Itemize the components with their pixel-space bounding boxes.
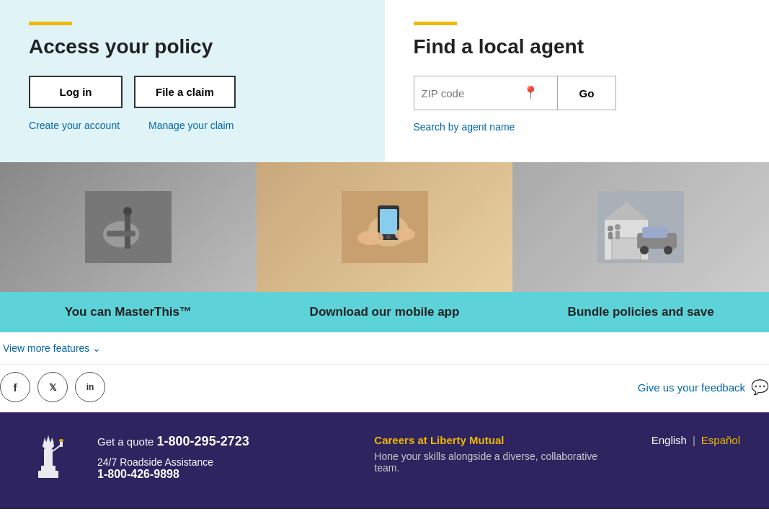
create-account-link[interactable]: Create your account xyxy=(29,120,120,131)
footer-get-quote-text: Get a quote 1-800-295-2723 xyxy=(97,434,345,449)
facebook-icon-button[interactable]: f xyxy=(0,372,30,402)
feature-img-bundle xyxy=(512,162,769,292)
social-feedback-row: f 𝕏 in Give us your feedback 💬 xyxy=(0,364,769,412)
footer-col-careers: Careers at Liberty Mutual Hone your skil… xyxy=(374,434,622,474)
feedback-chat-icon: 💬 xyxy=(751,378,769,396)
policy-link-row: Create your account Manage your claim xyxy=(29,120,356,131)
file-claim-button[interactable]: File a claim xyxy=(134,76,236,108)
agent-yellow-bar xyxy=(414,22,457,25)
svg-point-3 xyxy=(123,207,132,216)
feature-img-mobile xyxy=(257,162,513,292)
svg-point-19 xyxy=(664,246,672,254)
zip-input-wrap: 📍 xyxy=(414,76,558,110)
footer-logo xyxy=(29,434,68,487)
footer-roadside-phone: 1-800-426-9898 xyxy=(97,468,345,481)
view-more-link[interactable]: View more features ⌄ xyxy=(3,342,101,354)
feature-card-bundle[interactable]: Bundle policies and save xyxy=(512,162,769,332)
svg-point-31 xyxy=(59,439,63,442)
footer-roadside-text: 24/7 Roadside Assistance xyxy=(97,456,345,468)
linkedin-icon: in xyxy=(86,382,94,392)
svg-rect-32 xyxy=(41,466,55,471)
footer-col-language: English | Español xyxy=(652,434,740,446)
view-more-row: View more features ⌄ xyxy=(3,332,766,364)
feature-label-masterthis: You can MasterThis™ xyxy=(0,292,257,332)
feature-img-masterthis xyxy=(0,162,257,292)
zip-row: 📍 Go xyxy=(414,76,741,110)
language-switcher: English | Español xyxy=(652,434,740,446)
svg-point-10 xyxy=(357,231,383,245)
feedback-label: Give us your feedback xyxy=(638,381,745,394)
svg-rect-33 xyxy=(38,471,58,478)
footer-careers-title[interactable]: Careers at Liberty Mutual xyxy=(374,434,622,446)
svg-point-27 xyxy=(43,442,54,449)
view-more-section: View more features ⌄ xyxy=(0,332,769,364)
footer-main-phone: 1-800-295-2723 xyxy=(157,434,249,448)
social-icons: f 𝕏 in xyxy=(0,372,105,402)
login-button[interactable]: Log in xyxy=(29,76,123,108)
svg-rect-15 xyxy=(612,238,641,260)
english-option[interactable]: English xyxy=(652,434,687,446)
svg-point-11 xyxy=(395,228,415,241)
location-icon: 📍 xyxy=(523,85,538,101)
svg-rect-17 xyxy=(642,227,667,238)
policy-button-row: Log in File a claim xyxy=(29,76,356,108)
svg-point-18 xyxy=(640,246,649,254)
agent-section: Find a local agent 📍 Go Search by agent … xyxy=(385,0,770,162)
footer-col-contact: Get a quote 1-800-295-2723 24/7 Roadside… xyxy=(97,434,345,481)
zip-input[interactable] xyxy=(422,87,523,99)
feedback-link[interactable]: Give us your feedback 💬 xyxy=(638,378,769,396)
features-section: You can MasterThis™ Download our mobile … xyxy=(0,162,769,332)
feature-card-masterthis[interactable]: You can MasterThis™ xyxy=(0,162,257,332)
footer: Get a quote 1-800-295-2723 24/7 Roadside… xyxy=(0,412,769,509)
feature-label-mobile: Download our mobile app xyxy=(257,292,513,332)
espanol-option[interactable]: Español xyxy=(701,434,740,446)
feature-label-bundle: Bundle policies and save xyxy=(512,292,769,332)
policy-section: Access your policy Log in File a claim C… xyxy=(0,0,385,162)
svg-point-22 xyxy=(615,224,621,230)
policy-title: Access your policy xyxy=(29,35,356,58)
twitter-icon-button[interactable]: 𝕏 xyxy=(37,372,68,402)
search-by-name-link[interactable]: Search by agent name xyxy=(414,121,515,133)
agent-title: Find a local agent xyxy=(414,35,741,58)
view-more-label: View more features xyxy=(3,342,89,354)
top-section: Access your policy Log in File a claim C… xyxy=(0,0,769,162)
svg-marker-24 xyxy=(46,435,50,443)
svg-rect-23 xyxy=(615,231,620,239)
chevron-down-icon: ⌄ xyxy=(92,342,101,354)
svg-point-9 xyxy=(386,235,391,239)
lang-divider: | xyxy=(693,434,695,446)
go-button[interactable]: Go xyxy=(558,76,617,110)
policy-yellow-bar xyxy=(29,22,72,25)
svg-rect-8 xyxy=(380,209,397,234)
svg-rect-28 xyxy=(44,448,53,466)
svg-rect-4 xyxy=(107,231,135,236)
manage-claim-link[interactable]: Manage your claim xyxy=(148,120,234,131)
feature-card-mobile[interactable]: Download our mobile app xyxy=(257,162,513,332)
svg-rect-21 xyxy=(608,232,613,239)
svg-point-20 xyxy=(608,226,613,231)
liberty-mutual-logo-icon xyxy=(29,434,68,484)
linkedin-icon-button[interactable]: in xyxy=(75,372,105,402)
footer-careers-desc: Hone your skills alongside a diverse, co… xyxy=(374,451,622,474)
twitter-icon: 𝕏 xyxy=(49,382,56,393)
facebook-icon: f xyxy=(14,381,17,394)
